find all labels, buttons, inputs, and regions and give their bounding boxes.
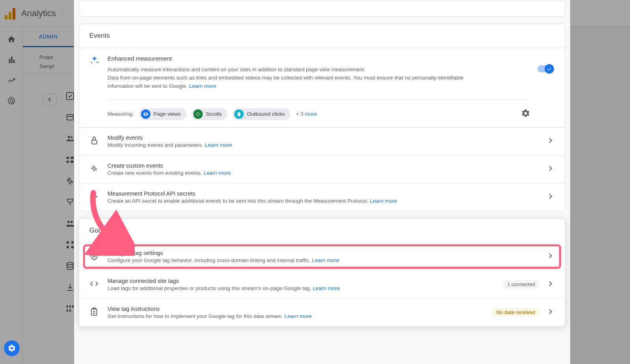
reports-icon[interactable]	[7, 55, 16, 65]
chevron-right-icon	[546, 307, 555, 318]
enhanced-measurement-title: Enhanced measurement	[107, 55, 530, 62]
modify-events-row[interactable]: Modify events Modify incoming events and…	[79, 127, 565, 155]
code-icon	[89, 279, 100, 290]
touch-icon	[89, 136, 100, 147]
svg-rect-2	[67, 92, 74, 100]
svg-rect-9	[70, 157, 74, 159]
events-section-title: Events	[79, 24, 565, 48]
slide-panel: Events Enhanced measurement Automaticall…	[74, 0, 570, 364]
google-tag-section-title: Google tag	[79, 219, 565, 242]
create-custom-events-row[interactable]: Create custom events Create new events f…	[79, 155, 565, 183]
chevron-right-icon	[546, 251, 555, 262]
learn-more-link[interactable]: Learn more	[312, 257, 339, 263]
settings-button[interactable]	[4, 340, 20, 356]
chevron-right-icon	[546, 136, 555, 146]
svg-point-0	[8, 98, 15, 104]
svg-rect-10	[70, 161, 74, 163]
svg-point-24	[93, 167, 95, 170]
back-button[interactable]	[43, 94, 57, 105]
enhanced-measurement-row: Enhanced measurement Automatically measu…	[79, 48, 565, 127]
modify-events-title: Modify events	[107, 135, 539, 141]
home-icon[interactable]	[7, 35, 16, 44]
events-card: Events Enhanced measurement Automaticall…	[79, 24, 565, 211]
svg-rect-16	[67, 246, 69, 248]
configure-tag-settings-row[interactable]: Configure tag settings Configure your Go…	[79, 242, 565, 270]
svg-rect-3	[67, 115, 73, 120]
learn-more-link[interactable]: Learn more	[313, 285, 340, 291]
admin-tab[interactable]: ADMIN	[23, 27, 74, 47]
chevron-right-icon	[546, 164, 555, 174]
api-secrets-row[interactable]: Measurement Protocol API secrets Create …	[79, 183, 565, 211]
analytics-bars-icon	[5, 7, 17, 20]
divider	[62, 6, 63, 20]
chip-scrolls: Scrolls	[192, 108, 228, 120]
svg-point-31	[91, 195, 94, 198]
chevron-right-icon	[546, 192, 555, 202]
eye-icon	[141, 109, 150, 119]
svg-rect-20	[69, 305, 71, 308]
more-events-link[interactable]: + 3 more	[296, 111, 317, 117]
enhanced-measurement-toggle[interactable]	[537, 65, 553, 72]
svg-rect-22	[67, 309, 68, 312]
left-rail	[0, 27, 23, 364]
svg-rect-23	[69, 309, 71, 312]
learn-more-link[interactable]: Learn more	[189, 83, 216, 89]
scroll-icon	[193, 109, 203, 119]
no-data-badge: No data received	[493, 308, 539, 316]
enhanced-measurement-desc: Automatically measure interactions and c…	[107, 66, 470, 91]
measurement-settings-button[interactable]	[521, 109, 530, 120]
svg-point-5	[68, 136, 70, 138]
svg-rect-15	[71, 241, 74, 244]
learn-more-link[interactable]: Learn more	[205, 142, 232, 148]
key-icon	[89, 192, 100, 203]
svg-rect-34	[93, 255, 95, 257]
connected-tags-title: Manage connected site tags	[107, 278, 496, 284]
click-icon	[89, 164, 100, 175]
property-label-truncated: Prope	[23, 47, 74, 60]
explore-icon[interactable]	[7, 76, 16, 85]
app-logo[interactable]: Analytics	[5, 7, 56, 20]
configure-tag-title: Configure tag settings	[107, 250, 539, 256]
connected-badge: 1 connected	[503, 280, 539, 288]
google-tag-card: Google tag Configure tag settings Config…	[79, 218, 565, 327]
svg-rect-21	[72, 305, 74, 308]
svg-rect-19	[67, 305, 68, 308]
svg-rect-14	[67, 241, 69, 244]
mouse-icon	[234, 109, 244, 119]
sparkle-icon	[89, 55, 100, 120]
tag-icon	[89, 251, 100, 262]
advertising-icon[interactable]	[7, 96, 16, 105]
view-tag-instructions-row[interactable]: View tag instructions Get instructions f…	[79, 298, 565, 326]
stream-details-card-collapsed[interactable]	[79, 0, 565, 17]
learn-more-link[interactable]: Learn more	[284, 313, 311, 319]
svg-rect-7	[67, 157, 69, 159]
api-secrets-title: Measurement Protocol API secrets	[107, 190, 539, 197]
chip-page-views: Page views	[139, 108, 186, 120]
svg-line-30	[96, 170, 96, 171]
learn-more-link[interactable]: Learn more	[204, 170, 231, 176]
chip-outbound-clicks: Outbound clicks	[233, 108, 290, 120]
svg-point-12	[67, 221, 70, 223]
measuring-row: Measuring: Page views Scrolls Outbound c…	[107, 99, 530, 120]
svg-line-29	[92, 166, 93, 167]
svg-point-13	[70, 221, 73, 223]
sample-label-truncated: Sampl	[23, 60, 74, 74]
create-custom-events-title: Create custom events	[107, 163, 539, 169]
instructions-title: View tag instructions	[107, 306, 485, 312]
instructions-icon	[89, 307, 100, 318]
chevron-right-icon	[546, 279, 555, 290]
svg-point-6	[71, 137, 73, 139]
learn-more-link[interactable]: Learn more	[370, 198, 397, 204]
manage-connected-tags-row[interactable]: Manage connected site tags Load tags for…	[79, 270, 565, 298]
app-title: Analytics	[21, 8, 56, 18]
svg-point-18	[67, 262, 73, 265]
svg-rect-8	[67, 161, 69, 163]
measuring-label: Measuring:	[107, 111, 134, 117]
svg-point-1	[10, 99, 13, 102]
svg-rect-17	[71, 246, 74, 248]
